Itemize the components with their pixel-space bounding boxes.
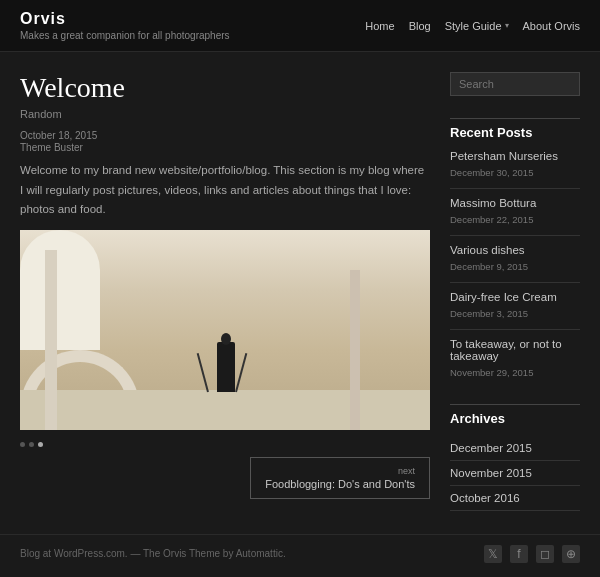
archive-item-2[interactable]: November 2015 [450, 461, 580, 486]
rss-icon[interactable]: ⊕ [562, 545, 580, 563]
next-post-title[interactable]: Foodblogging: Do's and Don'ts [265, 478, 415, 490]
site-footer: Blog at WordPress.com. — The Orvis Theme… [0, 534, 600, 573]
recent-posts-list: Petersham Nurseries December 30, 2015 Ma… [450, 150, 580, 388]
nav-dot-3 [38, 442, 43, 447]
recent-post-link-2[interactable]: Massimo Bottura [450, 197, 580, 209]
floor [20, 390, 430, 430]
tripod-leg1 [196, 353, 208, 392]
photographer-head [221, 333, 231, 345]
next-post-nav: next Foodblogging: Do's and Don'ts [20, 457, 430, 499]
archive-item-3[interactable]: October 2016 [450, 486, 580, 511]
post-date: October 18, 2015 [20, 130, 430, 141]
recent-post-date-3: December 9, 2015 [450, 261, 528, 272]
chevron-down-icon: ▾ [505, 21, 509, 30]
recent-post-1: Petersham Nurseries December 30, 2015 [450, 150, 580, 189]
site-tagline: Makes a great companion for all photogra… [20, 30, 230, 41]
recent-post-date-5: November 29, 2015 [450, 367, 533, 378]
recent-post-date-4: December 3, 2015 [450, 308, 528, 319]
post-category: Random [20, 108, 430, 120]
tripod-leg2 [235, 353, 247, 392]
facebook-icon[interactable]: f [510, 545, 528, 563]
sidebar-divider-2 [450, 404, 580, 405]
recent-post-link-5[interactable]: To takeaway, or not to takeaway [450, 338, 580, 362]
site-header: Orvis Makes a great companion for all ph… [0, 0, 600, 52]
search-input[interactable] [450, 72, 580, 96]
instagram-icon[interactable]: ◻ [536, 545, 554, 563]
recent-post-date-2: December 22, 2015 [450, 214, 533, 225]
recent-post-link-4[interactable]: Dairy-free Ice Cream [450, 291, 580, 303]
content-wrapper: Welcome Random October 18, 2015 Theme Bu… [0, 52, 600, 524]
archives-section: Archives December 2015 November 2015 Oct… [450, 404, 580, 511]
recent-post-3: Various dishes December 9, 2015 [450, 244, 580, 283]
recent-post-4: Dairy-free Ice Cream December 3, 2015 [450, 291, 580, 330]
sidebar-divider-1 [450, 118, 580, 119]
next-label: next [265, 466, 415, 476]
post-title: Welcome [20, 72, 430, 104]
post-author: Theme Buster [20, 142, 430, 153]
sidebar: Recent Posts Petersham Nurseries Decembe… [450, 72, 580, 514]
site-title[interactable]: Orvis [20, 10, 230, 28]
recent-post-link-3[interactable]: Various dishes [450, 244, 580, 256]
post-excerpt: Welcome to my brand new website/portfoli… [20, 161, 430, 220]
main-navigation: Home Blog Style Guide ▾ About Orvis [365, 20, 580, 32]
post-featured-image [20, 230, 430, 430]
twitter-icon[interactable]: 𝕏 [484, 545, 502, 563]
next-post-link[interactable]: next Foodblogging: Do's and Don'ts [250, 457, 430, 499]
photographer-silhouette [217, 342, 235, 392]
recent-post-5: To takeaway, or not to takeaway November… [450, 338, 580, 388]
recent-posts-title: Recent Posts [450, 125, 580, 140]
recent-post-link-1[interactable]: Petersham Nurseries [450, 150, 580, 162]
footer-text: Blog at WordPress.com. — The Orvis Theme… [20, 548, 286, 559]
nav-style-guide[interactable]: Style Guide ▾ [445, 20, 509, 32]
recent-post-2: Massimo Bottura December 22, 2015 [450, 197, 580, 236]
archive-item-1[interactable]: December 2015 [450, 436, 580, 461]
nav-dot-1 [20, 442, 25, 447]
archives-title: Archives [450, 411, 580, 426]
column-left [45, 250, 57, 430]
image-background [20, 230, 430, 430]
site-branding: Orvis Makes a great companion for all ph… [20, 10, 230, 41]
nav-dot-2 [29, 442, 34, 447]
main-content: Welcome Random October 18, 2015 Theme Bu… [20, 72, 430, 514]
post-header: Welcome Random [20, 72, 430, 120]
social-icons: 𝕏 f ◻ ⊕ [484, 545, 580, 563]
arch-left [20, 230, 100, 350]
nav-home[interactable]: Home [365, 20, 394, 32]
recent-post-date-1: December 30, 2015 [450, 167, 533, 178]
column-right [350, 270, 360, 430]
nav-about[interactable]: About Orvis [523, 20, 580, 32]
nav-blog[interactable]: Blog [409, 20, 431, 32]
post-navigation-dots [20, 442, 430, 447]
post-meta: October 18, 2015 Theme Buster [20, 130, 430, 153]
